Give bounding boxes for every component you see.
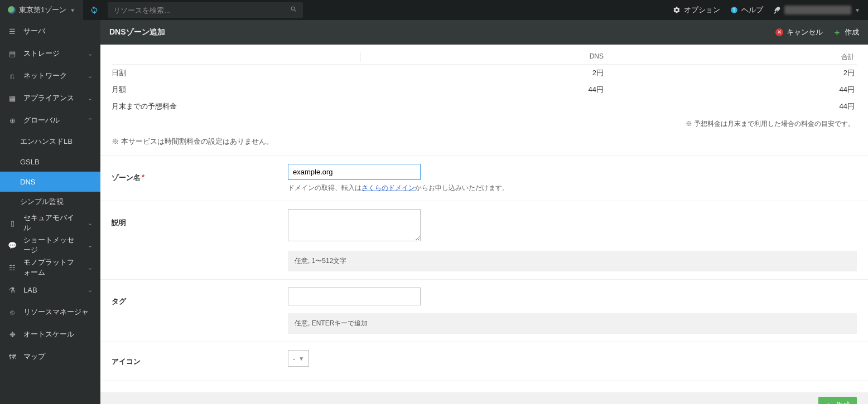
create-button-header[interactable]: ＋ 作成 <box>833 27 859 38</box>
pricing-row: 月額 44円 44円 <box>112 81 857 98</box>
chevron-down-icon: ⌄ <box>88 286 93 294</box>
sidebar-sub-enhancedlb[interactable]: エンハンスドLB <box>0 132 100 152</box>
form: ゾーン名* ドメインの取得、転入はさくらのドメインからお申し込みいただけます。 … <box>100 155 868 381</box>
col-total: 合計 <box>606 52 857 62</box>
cancel-button[interactable]: ✕ キャンセル <box>775 27 823 37</box>
label-icon: アイコン <box>100 342 288 381</box>
zonename-input[interactable] <box>288 164 421 180</box>
tag-hint: 任意, ENTERキーで追加 <box>288 313 857 334</box>
refresh-icon <box>90 6 99 14</box>
zone-selector[interactable]: 東京第1ゾーン ▼ <box>0 0 83 20</box>
icon-select[interactable]: - ▼ <box>288 350 309 367</box>
pricing-row: 日割 2円 2円 <box>112 65 857 81</box>
required-mark: * <box>142 173 144 181</box>
form-row-icon: アイコン - ▼ <box>100 342 868 381</box>
sidebar-item-autoscale[interactable]: ✥ オートスケール <box>0 323 100 345</box>
form-row-tag: タグ 任意, ENTERキーで追加 <box>100 280 868 342</box>
tag-input[interactable] <box>288 288 421 305</box>
pricing-note-right: ※ 予想料金は月末まで利用した場合の料金の目安です。 <box>112 115 857 137</box>
sidebar-item-server[interactable]: ☰ サーバ <box>0 20 100 42</box>
mobile-icon: ▯ <box>8 219 17 227</box>
field-tag: 任意, ENTERキーで追加 <box>288 280 868 342</box>
plus-icon: ＋ <box>833 27 841 38</box>
topbar-right: オプション ? ヘルプ ▼ <box>673 0 868 20</box>
lab-icon: ⚗ <box>8 286 17 294</box>
sidebar-item-network[interactable]: ⎌ ネットワーク ⌄ <box>0 65 100 87</box>
chevron-up-icon: ⌃ <box>88 117 93 124</box>
appliance-icon: ▦ <box>8 94 17 103</box>
feather-icon <box>773 6 781 14</box>
search-box[interactable] <box>108 2 303 18</box>
top-bar: 東京第1ゾーン ▼ オプション ? ヘルプ ▼ <box>0 0 868 20</box>
chevron-down-icon: ⌄ <box>88 220 93 227</box>
chevron-down-icon: ⌄ <box>88 242 93 249</box>
main: DNSゾーン追加 ✕ キャンセル ＋ 作成 DNS 合計 日割 <box>100 20 868 404</box>
sidebar-item-lab[interactable]: ⚗ LAB ⌄ <box>0 279 100 301</box>
col-dns: DNS <box>360 52 606 62</box>
create-button-footer[interactable]: ＋ 作成 <box>818 397 857 404</box>
caret-down-icon: ▼ <box>70 7 75 13</box>
page-header: DNSゾーン追加 ✕ キャンセル ＋ 作成 <box>100 20 868 45</box>
field-zonename: ドメインの取得、転入はさくらのドメインからお申し込みいただけます。 <box>288 156 868 201</box>
pricing-table: DNS 合計 日割 2円 2円 月額 44円 44円 月末までの予想料金 44円 <box>100 45 868 155</box>
sidebar-sub-simplemonitor[interactable]: シンプル監視 <box>0 192 100 212</box>
sidebar-item-global[interactable]: ⊕ グローバル ⌃ <box>0 109 100 132</box>
gear-icon <box>673 6 681 14</box>
sidebar-item-storage[interactable]: ▤ ストレージ ⌄ <box>0 42 100 65</box>
sidebar-item-resourcemanager[interactable]: ⎋ リソースマネージャ <box>0 301 100 323</box>
search-icon <box>290 6 297 14</box>
pricing-note-left: ※ 本サービスは時間割料金の設定はありません。 <box>112 137 857 151</box>
globe-icon: ⊕ <box>8 116 17 125</box>
field-icon: - ▼ <box>288 342 868 381</box>
search-input[interactable] <box>113 6 290 14</box>
close-icon: ✕ <box>775 28 783 36</box>
sidebar-item-map[interactable]: 🗺 マップ <box>0 345 100 368</box>
sidebar-item-sms[interactable]: 💬 ショートメッセージ ⌄ <box>0 234 100 256</box>
network-icon: ⎌ <box>8 72 17 80</box>
refresh-button[interactable] <box>83 0 105 20</box>
sidebar-item-iot[interactable]: ☷ モノプラットフォーム ⌄ <box>0 256 100 279</box>
field-description: 任意, 1〜512文字 <box>288 201 868 279</box>
label-tag: タグ <box>100 280 288 342</box>
sidebar: ☰ サーバ ▤ ストレージ ⌄ ⎌ ネットワーク ⌄ ▦ アプライアンス ⌄ ⊕… <box>0 20 100 404</box>
page-title: DNSゾーン追加 <box>109 27 165 37</box>
topbar-left: 東京第1ゾーン ▼ <box>0 0 303 20</box>
chevron-down-icon: ⌄ <box>88 264 93 271</box>
globe-icon <box>8 6 16 14</box>
action-bar: ＋ 作成 <box>100 392 868 404</box>
chat-icon: 💬 <box>8 241 17 250</box>
caret-down-icon: ▼ <box>855 7 860 13</box>
options-label: オプション <box>684 5 720 15</box>
sidebar-sub-gslb[interactable]: GSLB <box>0 152 100 172</box>
form-row-description: 説明 任意, 1〜512文字 <box>100 201 868 280</box>
zone-label: 東京第1ゾーン <box>19 5 66 15</box>
help-label: ヘルプ <box>741 5 763 15</box>
description-textarea[interactable] <box>288 209 421 241</box>
sidebar-sub-dns[interactable]: DNS <box>0 172 100 192</box>
sidebar-item-appliance[interactable]: ▦ アプライアンス ⌄ <box>0 87 100 109</box>
form-row-zonename: ゾーン名* ドメインの取得、転入はさくらのドメインからお申し込みいただけます。 <box>100 156 868 201</box>
pricing-row: 月末までの予想料金 44円 <box>112 98 857 115</box>
scale-icon: ✥ <box>8 330 17 339</box>
pricing-header-row: DNS 合計 <box>112 52 857 65</box>
map-icon: 🗺 <box>8 353 17 361</box>
description-hint: 任意, 1〜512文字 <box>288 251 857 271</box>
zonename-helper: ドメインの取得、転入はさくらのドメインからお申し込みいただけます。 <box>288 183 862 193</box>
label-description: 説明 <box>100 201 288 279</box>
server-icon: ☰ <box>8 27 17 36</box>
resource-icon: ⎋ <box>8 308 17 317</box>
user-name-blurred <box>784 6 851 14</box>
user-menu[interactable]: ▼ <box>773 6 860 14</box>
chevron-down-icon: ⌄ <box>88 95 93 102</box>
storage-icon: ▤ <box>8 50 17 58</box>
sidebar-item-securemobile[interactable]: ▯ セキュアモバイル ⌄ <box>0 212 100 234</box>
plus-icon: ＋ <box>825 400 832 404</box>
help-link[interactable]: ? ヘルプ <box>730 5 763 15</box>
options-link[interactable]: オプション <box>673 5 720 15</box>
help-icon: ? <box>730 6 738 14</box>
chevron-down-icon: ⌄ <box>88 72 93 80</box>
svg-text:?: ? <box>733 8 736 13</box>
sakura-domain-link[interactable]: さくらのドメイン <box>361 184 415 192</box>
iot-icon: ☷ <box>8 264 17 272</box>
caret-down-icon: ▼ <box>298 356 304 362</box>
